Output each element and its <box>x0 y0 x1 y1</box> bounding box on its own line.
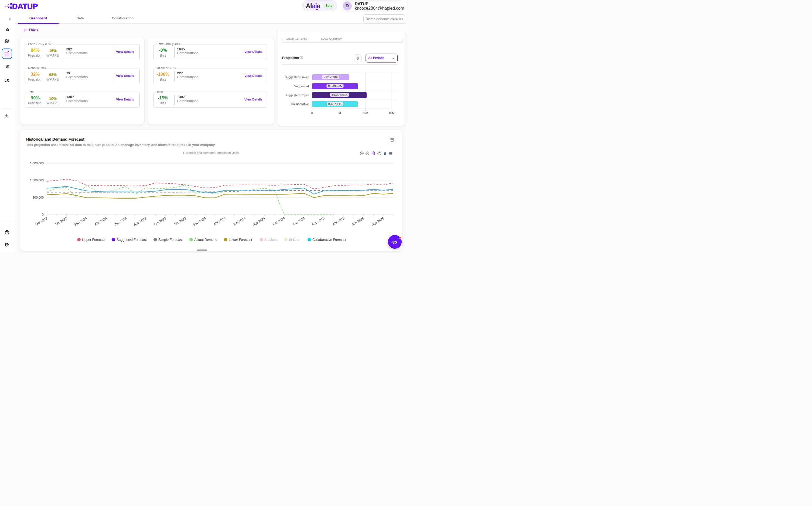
svg-text:D: D <box>394 241 397 244</box>
